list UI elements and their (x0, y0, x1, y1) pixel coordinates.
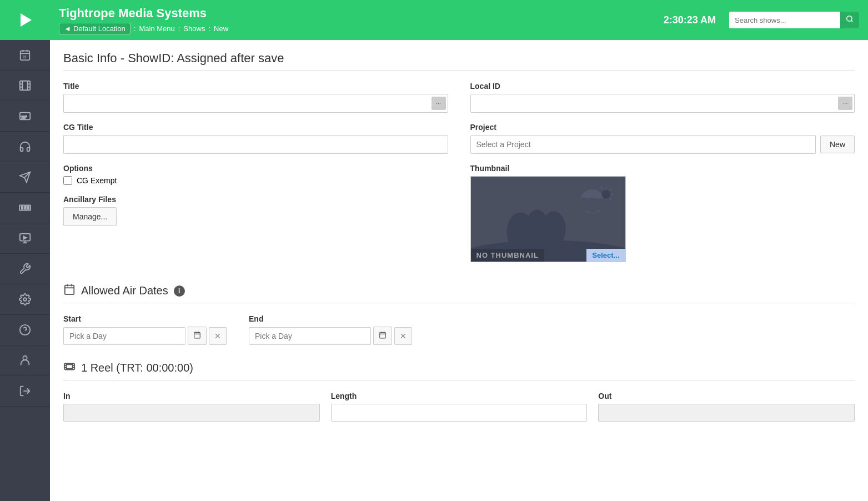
end-date-input[interactable] (249, 327, 371, 345)
breadcrumb-location[interactable]: ◄ Default Location (59, 23, 131, 34)
local-id-dots-button[interactable]: ··· (838, 97, 852, 110)
form-left-col: Title ··· CG Title Options CG Exempt (63, 82, 448, 272)
basic-info-form: Title ··· CG Title Options CG Exempt (63, 82, 855, 272)
svg-marker-24 (23, 236, 27, 239)
main-container: Tightrope Media Systems ◄ Default Locati… (50, 0, 868, 501)
svg-rect-50 (65, 285, 74, 295)
dates-row: Start ✕ End ✕ (63, 314, 855, 345)
reel-in-field: In 00:00:00 (63, 392, 320, 422)
air-dates-section-header: Allowed Air Dates i (63, 283, 855, 298)
title-dots-button[interactable]: ··· (432, 97, 446, 110)
sidebar-item-calendar[interactable]: 22 (0, 40, 50, 71)
app-title: Tightrope Media Systems (59, 6, 664, 21)
svg-point-43 (594, 198, 606, 211)
form-right-col: Local ID ··· Project New Thumbnail (470, 82, 855, 272)
air-dates-title: Allowed Air Dates (81, 284, 168, 297)
thumbnail-no-thumbnail-text: NO THUMBNAIL (471, 249, 544, 262)
project-new-button[interactable]: New (820, 136, 855, 153)
local-id-input[interactable] (470, 94, 855, 113)
end-clear-button[interactable]: ✕ (394, 327, 412, 345)
svg-rect-19 (24, 206, 26, 209)
ancillary-label: Ancillary Files (63, 195, 448, 204)
end-calendar-button[interactable] (373, 327, 392, 345)
reel-in-label: In (63, 392, 320, 400)
cg-exempt-label[interactable]: CG Exempt (77, 176, 117, 185)
location-arrow-icon: ◄ (64, 24, 71, 33)
cg-exempt-group: CG Exempt (63, 176, 448, 185)
reel-length-field: Length 00:00:00 (331, 392, 588, 422)
start-calendar-button[interactable] (188, 327, 207, 345)
sidebar-item-send[interactable] (0, 162, 50, 193)
title-input[interactable] (63, 94, 448, 113)
title-label: Title (63, 82, 448, 91)
air-dates-info-icon[interactable]: i (174, 285, 185, 297)
project-row: New (470, 135, 855, 154)
reel-length-input[interactable]: 00:00:00 (331, 404, 588, 422)
reel-title: 1 Reel (TRT: 00:00:00) (81, 362, 193, 374)
local-id-group: Local ID ··· (470, 82, 855, 113)
title-group: Title ··· (63, 82, 448, 113)
cg-title-group: CG Title (63, 123, 448, 154)
reel-section-header: 1 Reel (TRT: 00:00:00) (63, 360, 855, 375)
location-label: Default Location (73, 24, 126, 33)
options-group: Options CG Exempt (63, 164, 448, 185)
sidebar-item-filmstrip[interactable] (0, 193, 50, 223)
svg-point-30 (847, 16, 852, 21)
breadcrumb-shows[interactable]: Shows (183, 24, 205, 33)
svg-rect-18 (22, 206, 23, 209)
thumbnail-group: Thumbnail (470, 164, 855, 262)
svg-rect-6 (20, 81, 30, 91)
search-button[interactable] (840, 12, 859, 28)
svg-rect-58 (380, 332, 386, 338)
manage-button[interactable]: Manage... (63, 207, 117, 226)
header-left: Tightrope Media Systems ◄ Default Locati… (59, 6, 664, 34)
svg-rect-54 (194, 332, 200, 338)
svg-text:22: 22 (22, 55, 27, 59)
svg-rect-20 (28, 206, 29, 209)
title-input-wrapper: ··· (63, 94, 448, 113)
app-logo[interactable] (0, 0, 50, 40)
sidebar-item-logout[interactable] (0, 376, 50, 407)
cg-exempt-checkbox[interactable] (63, 176, 72, 185)
reel-in-input[interactable]: 00:00:00 (63, 404, 320, 422)
search-box (729, 12, 859, 28)
sidebar-item-person[interactable] (0, 345, 50, 376)
start-clear-button[interactable]: ✕ (209, 327, 227, 345)
breadcrumb-sep1: : (134, 24, 136, 33)
sidebar-item-help[interactable] (0, 315, 50, 345)
breadcrumb-new[interactable]: New (214, 24, 228, 33)
sidebar-item-wrench[interactable] (0, 254, 50, 284)
content-area: Basic Info - ShowID: Assigned after save… (50, 40, 868, 501)
start-label: Start (63, 314, 227, 323)
sidebar-item-film[interactable] (0, 71, 50, 101)
cg-title-label: CG Title (63, 123, 448, 132)
page-title: Basic Info - ShowID: Assigned after save (63, 51, 855, 66)
svg-point-44 (601, 190, 610, 199)
header: Tightrope Media Systems ◄ Default Locati… (50, 0, 868, 40)
header-right: 2:30:23 AM (664, 12, 859, 28)
start-date-row: ✕ (63, 327, 227, 345)
local-id-label: Local ID (470, 82, 855, 91)
sidebar-item-weather[interactable]: 75° (0, 101, 50, 132)
end-date-group: End ✕ (249, 314, 412, 345)
reel-row: In 00:00:00 Length 00:00:00 Out 00:00:00 (63, 392, 855, 422)
project-input[interactable] (470, 135, 816, 154)
time-display: 2:30:23 AM (664, 14, 716, 26)
local-id-input-wrapper: ··· (470, 94, 855, 113)
cg-title-input[interactable] (63, 135, 448, 154)
breadcrumb-menu[interactable]: Main Menu (139, 24, 174, 33)
thumbnail-select-button[interactable]: Select... (586, 249, 625, 262)
breadcrumb-sep3: : (208, 24, 210, 33)
thumbnail-container: NO THUMBNAIL Select... (470, 176, 626, 262)
svg-marker-0 (21, 13, 32, 27)
start-date-input[interactable] (63, 327, 185, 345)
reel-out-input[interactable]: 00:00:00 (598, 404, 855, 422)
sidebar-item-gear[interactable] (0, 284, 50, 315)
svg-rect-67 (67, 364, 73, 368)
options-label: Options (63, 164, 448, 173)
reel-length-label: Length (331, 392, 588, 400)
sidebar-item-monitor[interactable] (0, 223, 50, 254)
sidebar-item-headset[interactable] (0, 132, 50, 162)
search-input[interactable] (729, 13, 840, 28)
svg-text:75°: 75° (21, 115, 27, 120)
